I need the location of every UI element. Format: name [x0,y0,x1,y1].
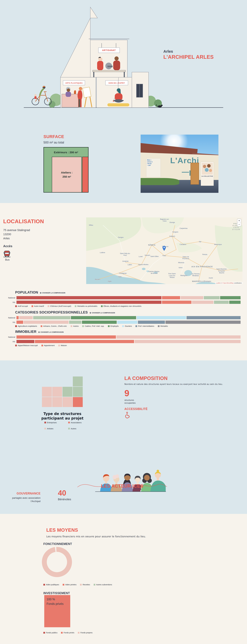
surface-exterior-label: Extérieurs : 200 m² [44,151,88,154]
legend-label: Cadres, Prof. intel. sup. [85,325,104,327]
legend-label: Maison [61,344,67,346]
legend-item: Élèves, étudiants et stagiaires non rému… [101,305,141,307]
bar-segment [162,300,191,304]
right-wing [132,72,149,108]
legend-swatch [108,325,110,327]
legend-label: Fonds privés [63,632,74,634]
map-city-label: Les Pennes- Mirabeau [191,273,200,276]
legend-swatch [41,325,42,327]
legend-item: Autre inactif [31,305,44,307]
bar-segment [220,296,241,299]
map-city-label: Juvignac [122,260,129,262]
fonctionnement-donut-chart [42,547,72,577]
roof [60,18,90,77]
legend-swatch [44,428,46,430]
legend-label: Aides privées [65,584,76,586]
osm-link[interactable]: © OpenStreetMap [222,282,234,284]
legend-item: Retraités ou préretraités [75,305,97,307]
legend-item: Ouvriers [122,325,132,327]
map-city-label: Sète [118,276,122,278]
map-city-label: Saint-Gilles [150,256,159,257]
investissement-value: 100 % Fonds privés [46,597,63,606]
map-city-label: Salon de Provence [182,256,189,260]
legend-swatch [15,345,17,346]
waffle-cell [62,387,72,397]
map-zoom-control: + − [237,219,241,226]
bar-segment [16,336,116,338]
moyens-subtitle: Les moyens financiers mis en oeuvre pour… [46,535,146,538]
legend-label: Appart/Maison inoccupé [18,344,38,346]
bar-segment [229,300,241,304]
population-title: POPULATION [15,290,38,294]
bar-segment [187,316,241,319]
investissement-legend: Fonds publicsFonds privésFonds propres [43,632,159,634]
legend-label: Autre inactif [34,305,44,307]
site-photo: L'Archi —pel Bien— venue à l'Archi —pel … [141,134,219,193]
room-sign-artisanat: ARTISANAT [102,49,116,52]
room-arts-plastiques: ARTS PLASTIQUES [60,77,96,108]
map-city-label: Istres [179,267,183,268]
bar-segment [69,320,81,324]
immobilier-bars: NationalIris [2,336,241,343]
legend-swatch [43,632,45,634]
legend-label: Retraités ou préretraités [77,305,97,307]
bar-track [16,296,241,299]
moyens-header: LES MOYENS Les moyens financiers mis en … [46,528,146,538]
legend-item: Fonds publics [43,632,57,634]
bar-row-label: Iris [2,340,16,342]
bar-segment [71,316,136,319]
bar-segment [33,316,70,319]
waffle-cell [42,387,52,397]
bar-track [16,320,241,324]
roof-peak [90,7,97,18]
change-comparison-button[interactable]: ⚙CHANGER LA COMPARAISON [90,312,115,314]
leaflet-map[interactable]: MillauGangesLodèveSaint-Gély-du- FescJuv… [86,218,243,284]
legend-label: Fonds publics [46,632,57,634]
gouvernance-title: GOUVERNANCE [8,492,40,495]
legend-label: Fonds propres [80,632,92,634]
legend-label: Artistes [47,428,53,430]
bus-icon [3,250,11,258]
waffle-cell [62,397,72,407]
bar-segment [16,300,161,304]
bar-row: National [2,336,241,338]
change-comparison-button[interactable]: ⚙CHANGER LA COMPARAISON [38,331,64,333]
surface-ateliers-area: Ateliers : 250 m² [52,157,82,192]
legend-label: Autres [73,325,79,327]
leaflet-link[interactable]: Leaflet [216,282,221,284]
surface-total: 500 m² au total [43,141,64,144]
bar-segment [192,300,214,304]
map-marker-icon[interactable] [163,246,166,251]
legend-swatch [158,325,160,327]
change-comparison-button[interactable]: ⚙CHANGER LA COMPARAISON [40,292,65,294]
waffle-legend: EntreprisesAssociationsArtistesAutres [44,422,96,430]
population-bars: NationalIris [2,296,241,304]
legend-swatch [41,345,43,346]
bar-segment [165,320,241,324]
gouvernance-block: GOUVERNANCE partagée avec association l'… [8,492,40,503]
bar-segment [214,300,229,304]
legend-swatch [68,422,70,423]
population-chart: POPULATION ⚙CHANGER LA COMPARAISON Natio… [2,290,241,307]
legend-label: Élèves, étudiants et stagiaires non rému… [104,305,141,307]
waffle-cell [52,387,62,397]
zoom-in-button[interactable]: + [237,219,241,222]
room-soin-esprit: SOIN DE L'ESPRIT [96,77,132,108]
legend-item: Appart/Maison inoccupé [15,344,38,346]
gear-icon: ⚙ [40,292,41,294]
waffle-title: Type de structures participant au projet [37,412,88,420]
map-city-label: Ganges [118,236,124,238]
room-sign-soin-esprit: SOIN DE L'ESPRIT [108,82,125,84]
legend-item: Fonds propres [78,632,92,634]
legend-label: Artisans, Comm., Chefs entr. [43,325,67,327]
legend-swatch [78,632,79,634]
photo-banner: LA COLLECTIVE [201,162,214,186]
legend-swatch [48,306,49,307]
legend-label: Ouvriers [125,325,132,327]
legend-item: Aides privées [63,584,76,586]
bar-segment [82,320,117,324]
bar-row: Iris [2,320,241,324]
zoom-out-button[interactable]: − [237,222,241,226]
surface-title: SURFACE [43,134,64,139]
cyclist-icon [32,86,51,105]
